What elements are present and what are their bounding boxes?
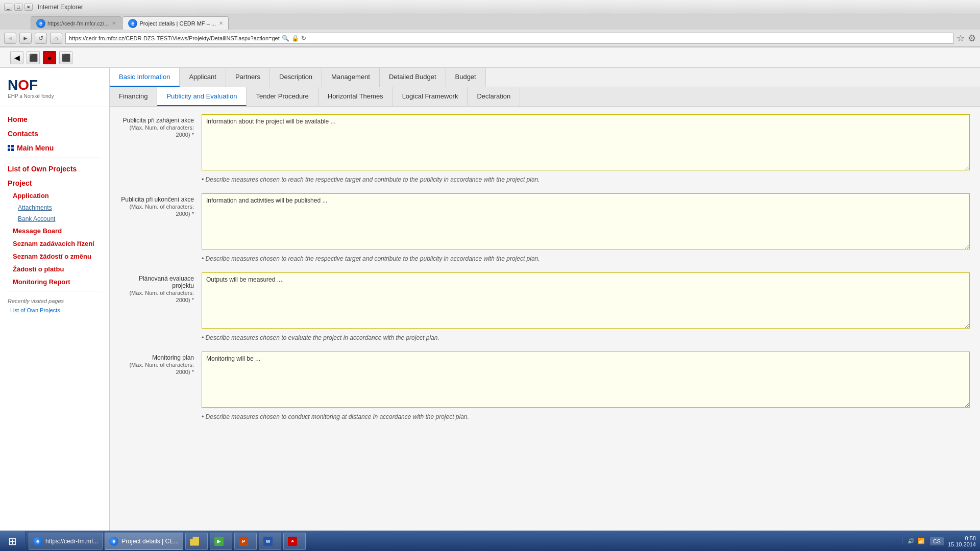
tab-declaration[interactable]: Declaration — [468, 87, 520, 106]
taskbar-app-media[interactable]: ▶ — [210, 533, 232, 550]
forward-button[interactable]: ► — [19, 33, 32, 44]
toolbar-btn-3[interactable]: ● — [43, 51, 56, 64]
sidebar-item-seznam-zadosti[interactable]: Seznam žádostí o změnu — [0, 250, 109, 263]
tab1-label: https://cedr-fm.mfcr.cz/... — [47, 20, 109, 27]
browser-tab-1[interactable]: e https://cedr-fm.mfcr.cz/... ✕ — [31, 16, 121, 30]
tools-icon[interactable]: ⚙ — [968, 33, 976, 44]
refresh-button[interactable]: ↺ — [35, 33, 47, 44]
sidebar-item-application[interactable]: Application — [0, 189, 109, 202]
taskbar-app-ppt[interactable]: P — [234, 533, 257, 550]
sidebar-item-zadosti-platbu[interactable]: Žádosti o platbu — [0, 263, 109, 276]
form-hint-3: Describe measures chosen to evaluate the… — [202, 334, 970, 341]
textarea-monitoring[interactable] — [202, 352, 970, 408]
tab-management[interactable]: Management — [322, 68, 380, 87]
logo: NOF — [8, 78, 102, 92]
tab-description[interactable]: Description — [270, 68, 322, 87]
tab-row-2: Financing Publicity and Evaluation Tende… — [110, 87, 980, 107]
taskbar-date: 15.10.2014 — [948, 541, 976, 547]
search-icon: 🔍 — [282, 35, 289, 42]
media-taskbar-icon: ▶ — [214, 537, 224, 546]
home-button[interactable]: ⌂ — [50, 33, 62, 44]
form-section-evaluace: Plánovaná evaluace projektu (Max. Num. o… — [120, 272, 970, 341]
toolbar-btn-1[interactable]: ◀ — [10, 51, 23, 64]
address-bar[interactable]: https://cedr-fm.mfcr.cz/CEDR-DZS-TEST/Vi… — [65, 33, 953, 44]
windows-icon: ⊞ — [8, 535, 17, 547]
maximize-button[interactable]: □ — [14, 4, 22, 11]
form-label-publicita-ukonceni: Publicita při ukončení akce (Max. Num. o… — [120, 193, 202, 217]
main-menu-label: Main Menu — [17, 144, 54, 152]
tab-budget[interactable]: Budget — [446, 68, 486, 87]
sidebar-item-attachments[interactable]: Attachments — [0, 202, 109, 213]
top-toolbar: ◀ ⬛ ● ⬛ — [0, 47, 980, 68]
toolbar-btn-4[interactable]: ⬛ — [59, 51, 72, 64]
recently-visited-label: Recently visited pages — [0, 294, 109, 306]
tab-tender-procedure[interactable]: Tender Procedure — [247, 87, 318, 106]
form-field-wrapper-4: Describe measures chosen to conduct moni… — [202, 352, 970, 420]
form-section-publicita-zahajeni: Publicita při zahájení akce (Max. Num. o… — [120, 114, 970, 183]
label-suffix-3: (Max. Num. of characters: 2000) * — [129, 290, 194, 303]
form-field-wrapper-1: <span class="textarea-underlined">Inform… — [202, 114, 970, 183]
sidebar-item-contacts[interactable]: Contacts — [0, 127, 109, 141]
sidebar-item-seznam-zadavacich[interactable]: Seznam zadávacích řízení — [0, 237, 109, 250]
back-button[interactable]: ◄ — [4, 33, 16, 44]
lock-icon: 🔒 — [291, 35, 299, 42]
sidebar-item-bank-account[interactable]: Bank Account — [0, 213, 109, 224]
tab-applicant[interactable]: Applicant — [180, 68, 226, 87]
taskbar-app-pdf[interactable]: A — [283, 533, 306, 550]
main-content: Basic Information Applicant Partners Des… — [110, 68, 980, 551]
taskbar-app-ie1[interactable]: e https://cedr-fm.mf... — [29, 533, 103, 550]
logo-subtitle: EHP a Norské fondy — [8, 93, 102, 99]
sidebar-item-monitoring-report[interactable]: Monitoring Report — [0, 276, 109, 288]
minimize-button[interactable]: _ — [4, 4, 12, 11]
label-suffix-4: (Max. Num. of characters: 2000) * — [129, 362, 194, 375]
tab-detailed-budget[interactable]: Detailed Budget — [380, 68, 446, 87]
sidebar-item-main-menu[interactable]: Main Menu — [0, 141, 109, 155]
grid-icon — [8, 145, 14, 151]
taskbar-app-ie2[interactable]: e Project details | CE... — [105, 533, 183, 550]
textarea-publicita-ukonceni[interactable] — [202, 193, 970, 249]
taskbar-time: 0:58 — [948, 535, 976, 541]
browser-tab-2[interactable]: e Project details | CEDR MF – ... ✕ — [122, 16, 229, 30]
recently-visited-link-1[interactable]: List of Own Projects — [0, 306, 109, 314]
form-hint-1: Describe measures chosen to reach the re… — [202, 176, 970, 183]
textarea-publicita-zahajeni[interactable]: <span class="textarea-underlined">Inform… — [202, 114, 970, 170]
tab-partners[interactable]: Partners — [226, 68, 270, 87]
tab-publicity-eval[interactable]: Publicity and Evaluation — [157, 87, 247, 106]
pdf-taskbar-icon: A — [288, 537, 297, 546]
label-text-4: Monitoring plan — [152, 354, 194, 361]
tab1-close[interactable]: ✕ — [112, 20, 116, 26]
sidebar-divider-1 — [8, 158, 102, 158]
tab-horizontal-themes[interactable]: Horizontal Themes — [318, 87, 393, 106]
close-button[interactable]: ✕ — [24, 4, 33, 11]
toolbar-btn-2[interactable]: ⬛ — [27, 51, 40, 64]
taskbar-lang: CS — [930, 537, 944, 545]
taskbar-tray: 🔊 📶 — [902, 538, 930, 544]
star-icon[interactable]: ☆ — [957, 33, 965, 44]
tab-basic-info[interactable]: Basic Information — [110, 68, 180, 87]
content-area: Publicita při zahájení akce (Max. Num. o… — [110, 107, 980, 551]
label-text-1: Publicita při zahájení akce — [123, 117, 194, 124]
app-container: NOF EHP a Norské fondy Home Contacts Mai… — [0, 68, 980, 551]
label-suffix-2: (Max. Num. of characters: 2000) * — [129, 204, 194, 217]
form-section-publicita-ukonceni: Publicita při ukončení akce (Max. Num. o… — [120, 193, 970, 262]
tab2-close[interactable]: ✕ — [219, 20, 223, 26]
ppt-taskbar-icon: P — [239, 537, 248, 546]
menu-sq-3 — [8, 148, 10, 151]
taskbar-app-word[interactable]: W — [259, 533, 281, 550]
sidebar-item-list-own-projects[interactable]: List of Own Projects — [0, 161, 109, 175]
browser-tab-bar: e https://cedr-fm.mfcr.cz/... ✕ e Projec… — [0, 14, 980, 30]
label-text-3: Plánovaná evaluace projektu — [139, 275, 194, 289]
tab-financing[interactable]: Financing — [110, 87, 157, 106]
sidebar-item-project[interactable]: Project — [0, 175, 109, 189]
sidebar-item-message-board[interactable]: Message Board — [0, 224, 109, 237]
textarea-evaluace[interactable] — [202, 272, 970, 329]
sidebar-item-home[interactable]: Home — [0, 112, 109, 127]
label-suffix-1: (Max. Num. of characters: 2000) * — [129, 124, 194, 138]
title-bar: _ □ ✕ Internet Explorer — [0, 0, 980, 14]
label-text-2: Publicita při ukončení akce — [121, 196, 194, 203]
word-taskbar-icon: W — [263, 537, 273, 546]
taskbar-app-folder[interactable] — [185, 533, 208, 550]
start-button[interactable]: ⊞ — [0, 531, 26, 552]
tray-network-icon: 📶 — [918, 538, 925, 544]
tab-logical-framework[interactable]: Logical Framework — [393, 87, 468, 106]
